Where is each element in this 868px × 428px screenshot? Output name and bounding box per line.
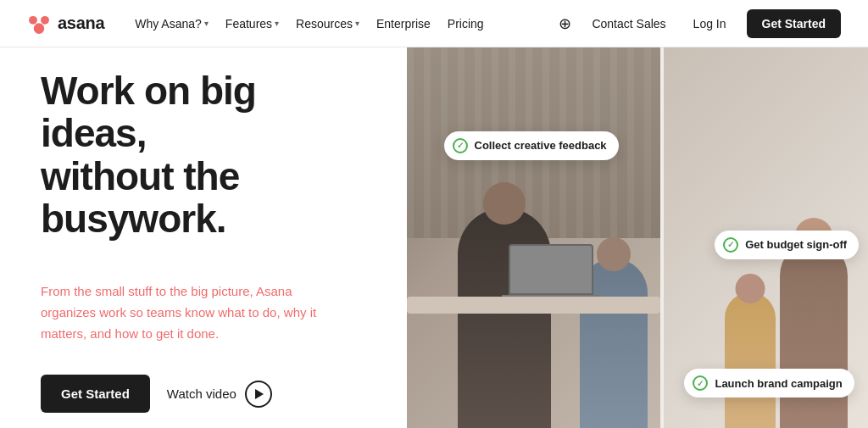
table-surface — [407, 297, 660, 314]
nav-left: asana Why Asana? ▾ Features ▾ Resources … — [27, 12, 491, 36]
hero-desc-highlight: From the small stuff to the big picture, — [41, 284, 253, 298]
navigation: asana Why Asana? ▾ Features ▾ Resources … — [0, 0, 868, 47]
nav-links: Why Asana? ▾ Features ▾ Resources ▾ Ente… — [128, 12, 490, 36]
check-icon-3 — [693, 375, 708, 391]
task-badge-1: Collect creative feedback — [444, 131, 619, 160]
person-figure-4 — [780, 242, 848, 428]
globe-icon: ⊕ — [559, 15, 571, 32]
check-icon-2 — [723, 237, 738, 253]
task-badge-2: Get budget sign-off — [715, 231, 859, 259]
chevron-down-icon: ▾ — [275, 19, 279, 28]
person-figure-3 — [725, 292, 776, 428]
nav-enterprise[interactable]: Enterprise — [370, 12, 437, 36]
nav-right: ⊕ Contact Sales Log In Get Started — [559, 9, 841, 38]
watch-video-button[interactable]: Watch video — [167, 381, 272, 408]
task-badge-3: Launch brand campaign — [684, 369, 854, 397]
language-selector-button[interactable]: ⊕ — [559, 14, 571, 33]
hero-actions: Get Started Watch video — [41, 375, 366, 413]
svg-point-2 — [41, 15, 49, 24]
play-icon — [245, 381, 272, 408]
hero-title: Work on big ideas, without the busywork. — [41, 69, 366, 241]
chevron-down-icon: ▾ — [355, 19, 359, 28]
svg-point-1 — [29, 15, 37, 24]
laptop-figure — [509, 244, 593, 295]
chevron-down-icon: ▾ — [204, 19, 209, 28]
svg-point-0 — [34, 23, 45, 34]
main-content: Work on big ideas, without the busywork.… — [0, 47, 868, 428]
get-started-hero-button[interactable]: Get Started — [41, 375, 150, 413]
hero-right: Collect creative feedback Get budget sig… — [407, 47, 868, 428]
logo-link[interactable]: asana — [27, 12, 104, 36]
nav-features[interactable]: Features ▾ — [219, 12, 286, 36]
hero-description: From the small stuff to the big picture,… — [41, 281, 329, 344]
play-triangle-icon — [255, 389, 264, 399]
nav-why-asana[interactable]: Why Asana? ▾ — [128, 12, 215, 36]
contact-sales-button[interactable]: Contact Sales — [585, 12, 672, 36]
person-figure-1 — [458, 208, 551, 428]
nav-pricing[interactable]: Pricing — [441, 12, 491, 36]
logo-text: asana — [58, 14, 104, 33]
check-icon-1 — [453, 138, 468, 153]
hero-left: Work on big ideas, without the busywork.… — [0, 47, 407, 428]
get-started-nav-button[interactable]: Get Started — [747, 9, 841, 38]
hero-image-left — [407, 47, 660, 428]
asana-logo-icon — [27, 12, 51, 36]
login-button[interactable]: Log In — [687, 12, 733, 36]
nav-resources[interactable]: Resources ▾ — [289, 12, 366, 36]
